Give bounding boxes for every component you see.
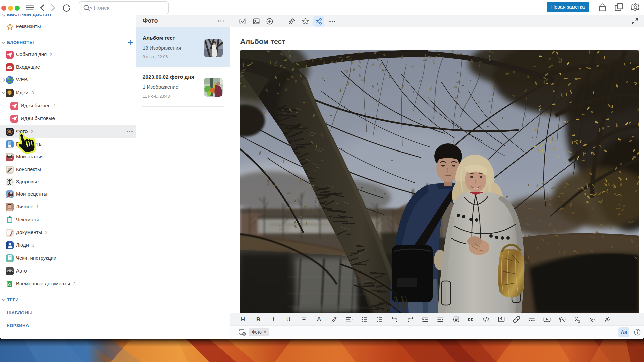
svg-text:a: a <box>608 318 611 322</box>
svg-text:2: 2 <box>377 320 378 323</box>
svg-text:1: 1 <box>377 316 378 319</box>
